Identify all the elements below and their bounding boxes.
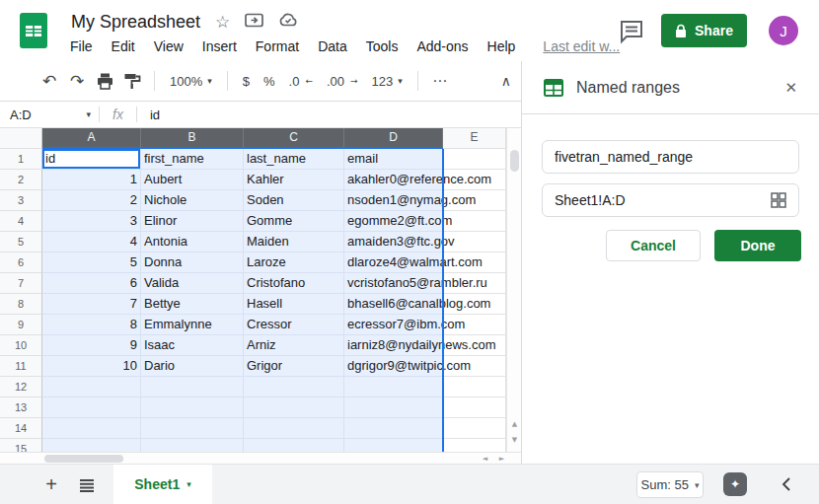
cell-B9[interactable]: Emmalynne (141, 315, 244, 335)
cell-A11[interactable]: 10 (42, 356, 141, 377)
cell-D12[interactable] (344, 377, 443, 397)
row-header-9[interactable]: 9 (0, 315, 42, 335)
all-sheets-menu-icon[interactable] (75, 473, 99, 497)
sheets-logo-icon[interactable] (20, 13, 47, 52)
scroll-left-button[interactable]: ◄ (478, 455, 492, 463)
row-header-7[interactable]: 7 (0, 273, 42, 294)
cell-B5[interactable]: Antonia (141, 232, 244, 252)
cell-C13[interactable] (244, 397, 344, 418)
menu-edit[interactable]: Edit (112, 38, 135, 54)
print-button[interactable] (91, 67, 118, 95)
done-button[interactable]: Done (714, 230, 801, 261)
menu-file[interactable]: File (70, 38, 93, 54)
row-header-6[interactable]: 6 (0, 252, 42, 273)
row-header-15[interactable]: 15 (0, 439, 42, 452)
column-header-A[interactable]: A (42, 128, 141, 149)
cell-D15[interactable] (344, 439, 443, 452)
last-edit-link[interactable]: Last edit w... (543, 38, 620, 54)
cell-C8[interactable]: Hasell (244, 294, 344, 315)
cell-D10[interactable]: iarniz8@nydailynews.com (344, 335, 443, 356)
cell-B11[interactable]: Dario (141, 356, 244, 377)
row-header-13[interactable]: 13 (0, 397, 42, 418)
cell-A7[interactable]: 6 (42, 273, 141, 294)
menu-tools[interactable]: Tools (366, 38, 399, 54)
cell-A2[interactable]: 1 (42, 170, 141, 190)
comment-history-button[interactable] (616, 17, 647, 46)
cell-C12[interactable] (244, 377, 344, 397)
sheet-tab[interactable]: Sheet1 ▾ (113, 465, 212, 504)
cell-D11[interactable]: dgrigor9@twitpic.com (344, 356, 443, 377)
menu-help[interactable]: Help (487, 38, 516, 54)
increase-decimal-button[interactable]: .00→ (320, 74, 365, 89)
cell-E14[interactable] (443, 418, 506, 439)
select-all-corner[interactable] (0, 128, 42, 149)
cell-C10[interactable]: Arniz (244, 335, 344, 356)
cell-B1[interactable]: first_name (141, 149, 244, 170)
range-name-field[interactable] (542, 140, 799, 174)
move-to-folder-icon[interactable] (245, 12, 263, 33)
row-header-1[interactable]: 1 (0, 149, 42, 170)
cell-E1[interactable] (443, 149, 506, 170)
share-button[interactable]: Share (661, 14, 747, 47)
vertical-scrollbar[interactable]: ▲ ▼ (506, 128, 521, 452)
column-header-E[interactable]: E (443, 128, 506, 149)
cell-E13[interactable] (443, 397, 506, 418)
row-header-12[interactable]: 12 (0, 377, 42, 397)
cell-C15[interactable] (244, 439, 344, 452)
row-header-5[interactable]: 5 (0, 232, 42, 252)
cell-E12[interactable] (443, 377, 506, 397)
format-percent-button[interactable]: % (257, 74, 282, 89)
cell-C6[interactable]: Laroze (244, 252, 344, 273)
cell-C1[interactable]: last_name (244, 149, 344, 170)
row-header-8[interactable]: 8 (0, 294, 42, 315)
cell-A8[interactable]: 7 (42, 294, 141, 315)
zoom-selector[interactable]: 100% ▾ (163, 74, 219, 89)
cell-E4[interactable] (443, 211, 506, 232)
menu-data[interactable]: Data (318, 38, 347, 54)
cell-A5[interactable]: 4 (42, 232, 141, 252)
row-header-11[interactable]: 11 (0, 356, 42, 377)
menu-add-ons[interactable]: Add-ons (416, 38, 468, 54)
column-header-C[interactable]: C (244, 128, 344, 149)
cell-B10[interactable]: Isaac (141, 335, 244, 356)
menu-view[interactable]: View (154, 38, 184, 54)
cancel-button[interactable]: Cancel (606, 230, 701, 261)
star-icon[interactable]: ☆ (215, 12, 230, 32)
cell-D4[interactable]: egomme2@ft.com (344, 211, 443, 232)
avatar[interactable]: J (769, 16, 798, 45)
cell-A6[interactable]: 5 (42, 252, 141, 273)
row-header-10[interactable]: 10 (0, 335, 42, 356)
menu-insert[interactable]: Insert (202, 38, 237, 54)
cell-B7[interactable]: Valida (141, 273, 244, 294)
formula-input[interactable]: id (150, 108, 160, 122)
range-reference-input[interactable] (555, 192, 762, 208)
cell-C4[interactable]: Gomme (244, 211, 344, 232)
cell-D7[interactable]: vcristofano5@rambler.ru (344, 273, 443, 294)
cell-B6[interactable]: Donna (141, 252, 244, 273)
cell-D9[interactable]: ecressor7@ibm.com (344, 315, 443, 335)
cell-A1[interactable]: id (42, 149, 141, 170)
more-options-button[interactable]: ⋯ (426, 67, 454, 95)
name-box[interactable]: A:D ▾ (0, 102, 99, 127)
cell-B4[interactable]: Elinor (141, 211, 244, 232)
cell-A14[interactable] (42, 418, 141, 439)
close-icon[interactable]: ✕ (784, 79, 797, 97)
horizontal-scrollbar[interactable]: ◄ ► (0, 452, 521, 464)
cell-D3[interactable]: nsoden1@nymag.com (344, 190, 443, 211)
cloud-status-icon[interactable] (278, 12, 298, 32)
explore-button[interactable]: ✦ (723, 472, 747, 496)
cell-B15[interactable] (141, 439, 244, 452)
cell-C2[interactable]: Kahler (244, 170, 344, 190)
column-header-B[interactable]: B (141, 128, 244, 149)
cell-B13[interactable] (141, 397, 244, 418)
cell-D13[interactable] (344, 397, 443, 418)
vertical-scrollbar-thumb[interactable] (510, 150, 519, 172)
range-name-input[interactable] (555, 149, 762, 165)
cell-B14[interactable] (141, 418, 244, 439)
cell-B12[interactable] (141, 377, 244, 397)
cell-B8[interactable]: Bettye (141, 294, 244, 315)
cell-A12[interactable] (42, 377, 141, 397)
scroll-right-button[interactable]: ► (494, 455, 509, 463)
cell-C5[interactable]: Maiden (244, 232, 344, 252)
cell-D14[interactable] (344, 418, 443, 439)
